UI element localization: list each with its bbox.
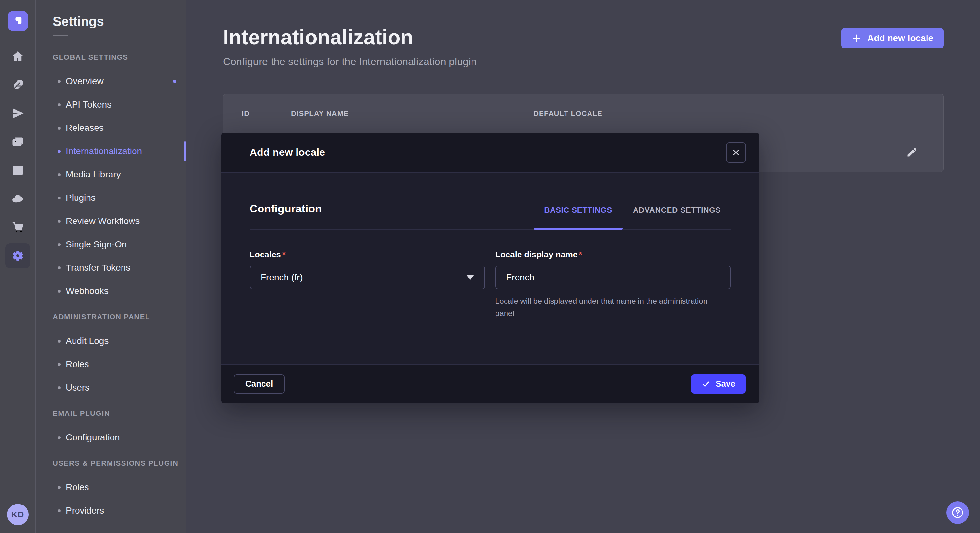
modal-body: Configuration BASIC SETTINGS ADVANCED SE… — [221, 173, 759, 364]
display-name-label: Locale display name — [495, 250, 578, 259]
sidebar-item-plugins[interactable]: Plugins — [36, 186, 186, 209]
sidebar-item-media-library[interactable]: Media Library — [36, 163, 186, 186]
bullet-icon — [58, 173, 60, 176]
strapi-logo-icon — [12, 15, 24, 27]
column-header-display-name: DISPLAY NAME — [291, 94, 349, 133]
sidebar-item-roles[interactable]: Roles — [36, 353, 186, 376]
sidebar-item-internationalization[interactable]: Internationalization — [36, 140, 186, 163]
bullet-icon — [58, 197, 60, 200]
edit-pencil-icon[interactable] — [906, 146, 918, 158]
nav-section-header: ADMINISTRATION PANEL — [53, 307, 186, 327]
sidebar-item-label: Webhooks — [66, 286, 108, 296]
column-header-default-locale: DEFAULT LOCALE — [533, 94, 603, 133]
nav-section-header: GLOBAL SETTINGS — [53, 48, 186, 67]
sidebar-item-webhooks[interactable]: Webhooks — [36, 279, 186, 303]
sidebar-item-label: Single Sign-On — [66, 239, 127, 250]
sidebar-item-label: Releases — [66, 123, 104, 133]
bullet-icon — [58, 339, 60, 343]
feather-icon[interactable] — [0, 71, 35, 99]
question-mark-icon — [951, 506, 964, 519]
add-button-label: Add new locale — [867, 33, 933, 43]
bullet-icon — [58, 150, 60, 153]
sidebar-item-label: Internationalization — [66, 146, 142, 156]
configuration-heading: Configuration — [250, 202, 322, 215]
bullet-icon — [58, 243, 60, 246]
settings-tabs: BASIC SETTINGS ADVANCED SETTINGS — [534, 191, 731, 229]
bullet-icon — [58, 127, 60, 130]
display-name-input[interactable] — [495, 265, 731, 289]
add-new-locale-modal: Add new locale Configuration BASIC SETTI… — [221, 133, 759, 403]
help-button[interactable] — [946, 501, 969, 524]
locales-select[interactable]: French (fr) — [250, 265, 485, 289]
nav-section-header: USERS & PERMISSIONS PLUGIN — [53, 454, 186, 473]
locales-field: Locales* French (fr) — [250, 250, 485, 320]
layout-icon[interactable] — [0, 156, 35, 185]
locales-label: Locales — [250, 250, 281, 259]
sidebar-item-providers[interactable]: Providers — [36, 499, 186, 522]
sidebar-item-label: Plugins — [66, 193, 95, 203]
media-library-icon[interactable] — [0, 128, 35, 156]
settings-gear-icon[interactable] — [0, 241, 35, 270]
tab-basic-settings[interactable]: BASIC SETTINGS — [534, 191, 622, 229]
icon-rail: KD — [0, 0, 36, 533]
sidebar-item-label: API Tokens — [66, 99, 111, 110]
sidebar-item-label: Roles — [66, 359, 89, 370]
sidebar-item-label: Media Library — [66, 169, 121, 180]
save-button-label: Save — [716, 379, 735, 389]
bullet-icon — [58, 266, 60, 270]
bullet-icon — [58, 80, 60, 83]
sidebar-item-label: Transfer Tokens — [66, 263, 130, 273]
bullet-icon — [58, 103, 60, 106]
page-title: Internationalization — [223, 25, 413, 49]
modal-close-button[interactable] — [726, 143, 746, 163]
plus-icon — [852, 33, 861, 43]
close-icon — [732, 148, 740, 157]
user-avatar[interactable]: KD — [7, 504, 29, 525]
subnav-title: Settings — [53, 14, 186, 29]
nav-section: ADMINISTRATION PANELAudit LogsRolesUsers — [36, 307, 186, 399]
sidebar-item-label: Overview — [66, 76, 104, 86]
nav-section: EMAIL PLUGINConfiguration — [36, 404, 186, 449]
bullet-icon — [58, 486, 60, 489]
bullet-icon — [58, 290, 60, 293]
sidebar-item-transfer-tokens[interactable]: Transfer Tokens — [36, 256, 186, 279]
settings-subnav: Settings GLOBAL SETTINGSOverviewAPI Toke… — [36, 0, 186, 533]
cart-icon[interactable] — [0, 213, 35, 241]
sidebar-item-label: Audit Logs — [66, 336, 108, 346]
cloud-icon[interactable] — [0, 185, 35, 213]
sidebar-item-roles[interactable]: Roles — [36, 476, 186, 499]
sidebar-item-label: Providers — [66, 506, 104, 516]
strapi-logo[interactable] — [8, 11, 28, 31]
add-new-locale-button[interactable]: Add new locale — [841, 28, 944, 48]
sidebar-item-users[interactable]: Users — [36, 376, 186, 399]
sidebar-item-api-tokens[interactable]: API Tokens — [36, 93, 186, 116]
sidebar-item-releases[interactable]: Releases — [36, 116, 186, 140]
sidebar-item-single-sign-on[interactable]: Single Sign-On — [36, 233, 186, 256]
table-header-row: ID DISPLAY NAME DEFAULT LOCALE — [223, 94, 943, 133]
title-divider — [53, 35, 68, 36]
check-icon — [701, 379, 710, 389]
home-icon[interactable] — [0, 42, 35, 71]
save-button[interactable]: Save — [691, 374, 746, 394]
modal-title: Add new locale — [250, 146, 325, 159]
locales-select-value: French (fr) — [261, 272, 303, 283]
notification-dot — [173, 80, 176, 83]
bullet-icon — [58, 436, 60, 439]
chevron-down-icon — [466, 275, 474, 280]
column-header-id: ID — [242, 94, 250, 133]
modal-header: Add new locale — [221, 133, 759, 173]
sidebar-item-configuration[interactable]: Configuration — [36, 426, 186, 449]
nav-section: GLOBAL SETTINGSOverviewAPI TokensRelease… — [36, 48, 186, 303]
required-asterisk: * — [579, 250, 582, 259]
sidebar-item-review-workflows[interactable]: Review Workflows — [36, 209, 186, 233]
cancel-button[interactable]: Cancel — [234, 374, 285, 394]
nav-section: USERS & PERMISSIONS PLUGINRolesProviders — [36, 454, 186, 522]
tab-advanced-settings[interactable]: ADVANCED SETTINGS — [622, 191, 731, 229]
page-subtitle: Configure the settings for the Internati… — [223, 56, 477, 68]
sidebar-item-overview[interactable]: Overview — [36, 70, 186, 93]
paper-plane-icon[interactable] — [0, 99, 35, 128]
sidebar-item-label: Users — [66, 382, 89, 393]
required-asterisk: * — [282, 250, 285, 259]
bullet-icon — [58, 386, 60, 389]
sidebar-item-audit-logs[interactable]: Audit Logs — [36, 329, 186, 353]
